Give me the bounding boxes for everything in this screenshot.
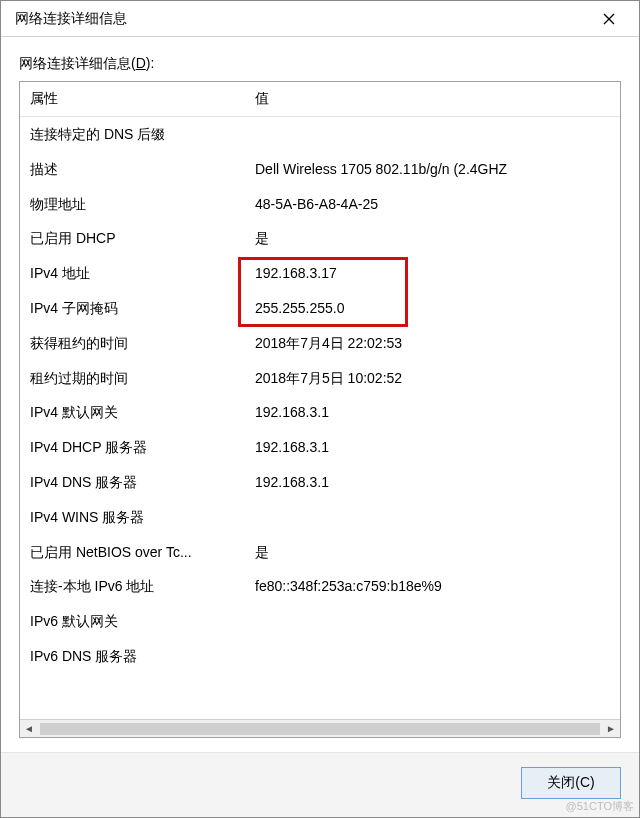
table-row[interactable]: IPv4 默认网关192.168.3.1	[20, 395, 620, 430]
value-cell: 192.168.3.17	[245, 256, 620, 291]
value-cell: 48-5A-B6-A8-4A-25	[245, 187, 620, 222]
list-header: 属性 值	[20, 82, 620, 117]
table-row[interactable]: IPv4 DNS 服务器192.168.3.1	[20, 465, 620, 500]
list-body: 连接特定的 DNS 后缀描述Dell Wireless 1705 802.11b…	[20, 117, 620, 719]
value-cell: 2018年7月5日 10:02:52	[245, 361, 620, 396]
section-label-suffix: ):	[146, 55, 155, 71]
property-cell: IPv4 子网掩码	[20, 291, 245, 326]
close-icon[interactable]	[589, 5, 629, 33]
value-cell	[245, 639, 620, 674]
table-row[interactable]: IPv6 默认网关	[20, 604, 620, 639]
property-cell: IPv4 WINS 服务器	[20, 500, 245, 535]
dialog-window: 网络连接详细信息 网络连接详细信息(D): 属性 值 连接特定的 DNS 后缀描…	[0, 0, 640, 818]
scroll-thumb[interactable]	[40, 723, 600, 735]
section-label: 网络连接详细信息(D):	[19, 55, 621, 73]
property-cell: IPv4 默认网关	[20, 395, 245, 430]
column-header-property[interactable]: 属性	[20, 82, 245, 116]
content-area: 网络连接详细信息(D): 属性 值 连接特定的 DNS 后缀描述Dell Wir…	[1, 37, 639, 752]
property-cell: 连接-本地 IPv6 地址	[20, 569, 245, 604]
property-cell: 物理地址	[20, 187, 245, 222]
table-row[interactable]: 已启用 NetBIOS over Tc...是	[20, 535, 620, 570]
property-cell: 已启用 DHCP	[20, 221, 245, 256]
column-header-value[interactable]: 值	[245, 82, 620, 116]
property-cell: 已启用 NetBIOS over Tc...	[20, 535, 245, 570]
table-row[interactable]: IPv4 子网掩码255.255.255.0	[20, 291, 620, 326]
section-label-mnemonic: D	[136, 55, 146, 71]
table-row[interactable]: 获得租约的时间2018年7月4日 22:02:53	[20, 326, 620, 361]
close-button[interactable]: 关闭(C)	[521, 767, 621, 799]
property-cell: IPv4 地址	[20, 256, 245, 291]
table-row[interactable]: 连接特定的 DNS 后缀	[20, 117, 620, 152]
scroll-left-arrow-icon[interactable]: ◄	[20, 720, 38, 738]
table-row[interactable]: 租约过期的时间2018年7月5日 10:02:52	[20, 361, 620, 396]
property-cell: 租约过期的时间	[20, 361, 245, 396]
value-cell	[245, 604, 620, 639]
table-row[interactable]: IPv4 DHCP 服务器192.168.3.1	[20, 430, 620, 465]
value-cell: fe80::348f:253a:c759:b18e%9	[245, 569, 620, 604]
value-cell: 255.255.255.0	[245, 291, 620, 326]
value-cell	[245, 117, 620, 152]
table-row[interactable]: 已启用 DHCP是	[20, 221, 620, 256]
property-cell: IPv6 默认网关	[20, 604, 245, 639]
value-cell	[245, 500, 620, 535]
table-row[interactable]: IPv4 WINS 服务器	[20, 500, 620, 535]
property-cell: IPv6 DNS 服务器	[20, 639, 245, 674]
value-cell: 192.168.3.1	[245, 430, 620, 465]
table-row[interactable]: 描述Dell Wireless 1705 802.11b/g/n (2.4GHZ	[20, 152, 620, 187]
property-cell: 连接特定的 DNS 后缀	[20, 117, 245, 152]
table-row[interactable]: IPv6 DNS 服务器	[20, 639, 620, 674]
value-cell: 192.168.3.1	[245, 395, 620, 430]
titlebar: 网络连接详细信息	[1, 1, 639, 37]
details-listview: 属性 值 连接特定的 DNS 后缀描述Dell Wireless 1705 80…	[19, 81, 621, 738]
value-cell: Dell Wireless 1705 802.11b/g/n (2.4GHZ	[245, 152, 620, 187]
value-cell: 是	[245, 535, 620, 570]
property-cell: 描述	[20, 152, 245, 187]
value-cell: 192.168.3.1	[245, 465, 620, 500]
value-cell: 是	[245, 221, 620, 256]
section-label-prefix: 网络连接详细信息(	[19, 55, 136, 71]
button-bar: 关闭(C)	[1, 752, 639, 817]
scroll-right-arrow-icon[interactable]: ►	[602, 720, 620, 738]
property-cell: IPv4 DHCP 服务器	[20, 430, 245, 465]
table-row[interactable]: IPv4 地址192.168.3.17	[20, 256, 620, 291]
table-row[interactable]: 物理地址48-5A-B6-A8-4A-25	[20, 187, 620, 222]
property-cell: 获得租约的时间	[20, 326, 245, 361]
table-row[interactable]: 连接-本地 IPv6 地址fe80::348f:253a:c759:b18e%9	[20, 569, 620, 604]
horizontal-scrollbar[interactable]: ◄ ►	[20, 719, 620, 737]
value-cell: 2018年7月4日 22:02:53	[245, 326, 620, 361]
window-title: 网络连接详细信息	[15, 10, 127, 28]
property-cell: IPv4 DNS 服务器	[20, 465, 245, 500]
